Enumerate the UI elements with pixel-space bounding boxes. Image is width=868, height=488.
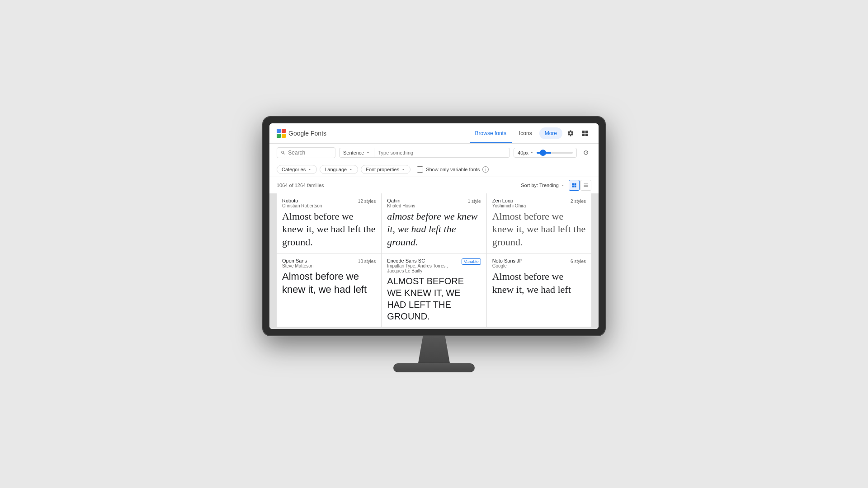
sort-control: Sort by: Trending [521,180,591,191]
font-name: Noto Sans JP [492,258,523,263]
sort-dropdown[interactable]: Sort by: Trending [521,183,565,188]
search-icon [281,150,285,155]
variable-fonts-label: Show only variable fonts [426,167,480,172]
font-designer: Google [492,263,523,268]
nav-icons[interactable]: Icons [514,127,538,139]
google-logo-icon [277,129,286,138]
font-styles: 10 styles [358,259,376,264]
font-name: Roboto [282,198,322,203]
font-preview: ALMOST BEFORE WE KNEW IT, WE HAD LEFT TH… [387,275,481,322]
font-designer: Steve Matteson [282,263,313,268]
categories-dropdown-icon [307,167,312,172]
monitor-stand-base [393,363,475,372]
font-preview: Almost before we knew it, we had left th… [492,210,586,249]
font-designer: Yoshimichi Ohira [492,203,526,208]
font-designer: Khaled Hosny [387,203,415,208]
preview-control: Sentence [339,148,510,158]
nav-browse-fonts[interactable]: Browse fonts [470,127,512,139]
monitor-stand-neck [418,336,450,363]
language-filter[interactable]: Language [320,165,358,174]
font-card-header: Roboto Christian Robertson 12 styles [282,198,376,208]
settings-button[interactable] [564,127,577,140]
font-preview: Almost before we knew it, we had left th… [282,210,376,249]
font-card[interactable]: Qahiri Khaled Hosny 1 style almost befor… [382,193,486,253]
sentence-type-dropdown[interactable]: Sentence [340,148,374,157]
view-toggle [569,180,591,191]
dropdown-chevron-icon [366,150,370,155]
search-input[interactable] [288,150,331,156]
variable-badge: Variable [462,258,481,265]
font-card-header: Encode Sans SC Impallari Type, Andres To… [387,258,481,273]
logo-text: Google Fonts [288,130,326,137]
font-styles: 1 style [468,199,481,204]
font-card-header: Zen Loop Yoshimichi Ohira 2 styles [492,198,586,208]
filters-bar: Categories Language Font properties Show… [269,162,599,177]
size-label: 40px [518,150,534,155]
nav-more[interactable]: More [539,127,562,139]
font-props-dropdown-icon [401,167,406,172]
font-card[interactable]: Roboto Christian Robertson 12 styles Alm… [277,193,381,253]
language-dropdown-icon [349,167,353,172]
grid-icon [581,130,589,137]
results-count: 1064 of 1264 families [277,183,324,188]
font-designer: Christian Robertson [282,203,322,208]
variable-fonts-checkbox[interactable] [417,166,423,173]
grid-view-toggle[interactable] [569,180,580,191]
font-preview: Almost before we knew it, we had left [492,270,586,296]
font-styles: 6 styles [571,259,586,264]
size-control: 40px [514,148,577,158]
categories-filter[interactable]: Categories [277,165,317,174]
font-card[interactable]: Encode Sans SC Impallari Type, Andres To… [382,253,486,327]
sort-chevron-icon [561,183,565,188]
font-preview: almost before we knew it, we had left th… [387,210,481,249]
settings-icon [567,130,574,137]
svg-rect-0 [277,129,281,133]
svg-rect-3 [282,134,286,138]
font-name: Qahiri [387,198,415,203]
font-styles: 12 styles [358,199,376,204]
font-card-header: Noto Sans JP Google 6 styles [492,258,586,268]
size-slider[interactable] [537,152,573,154]
variable-fonts-filter: Show only variable fonts i [417,166,489,173]
font-name: Open Sans [282,258,313,263]
list-view-icon [583,183,589,188]
font-card[interactable]: Noto Sans JP Google 6 styles Almost befo… [487,253,591,327]
font-name: Zen Loop [492,198,526,203]
toolbar: Sentence 40px [269,144,599,162]
svg-rect-2 [277,134,281,138]
refresh-icon [583,150,589,156]
font-preview: Almost before we knew it, we had left [282,270,376,296]
logo: Google Fonts [277,129,326,138]
font-name: Encode Sans SC [387,258,462,263]
grid-view-button[interactable] [579,127,591,140]
font-card-header: Qahiri Khaled Hosny 1 style [387,198,481,208]
list-view-toggle[interactable] [580,180,591,191]
header: Google Fonts Browse fonts Icons More [269,123,599,144]
font-designer: Impallari Type, Andres Torresi, Jacques … [387,263,462,273]
font-card[interactable]: Zen Loop Yoshimichi Ohira 2 styles Almos… [487,193,591,253]
grid-view-icon [571,183,577,188]
font-card-header: Open Sans Steve Matteson 10 styles [282,258,376,268]
header-icons [564,127,591,140]
font-styles: 2 styles [571,199,586,204]
preview-text-input[interactable] [374,148,509,157]
font-properties-filter[interactable]: Font properties [361,165,410,174]
font-grid: Roboto Christian Robertson 12 styles Alm… [269,193,599,329]
svg-rect-1 [282,129,286,133]
refresh-button[interactable] [580,147,591,158]
results-bar: 1064 of 1264 families Sort by: Trending [269,177,599,193]
main-nav: Browse fonts Icons More [470,127,591,140]
font-card[interactable]: Open Sans Steve Matteson 10 styles Almos… [277,253,381,327]
size-dropdown-icon [529,150,534,155]
search-box[interactable] [277,147,335,158]
variable-fonts-info-icon[interactable]: i [482,166,489,173]
